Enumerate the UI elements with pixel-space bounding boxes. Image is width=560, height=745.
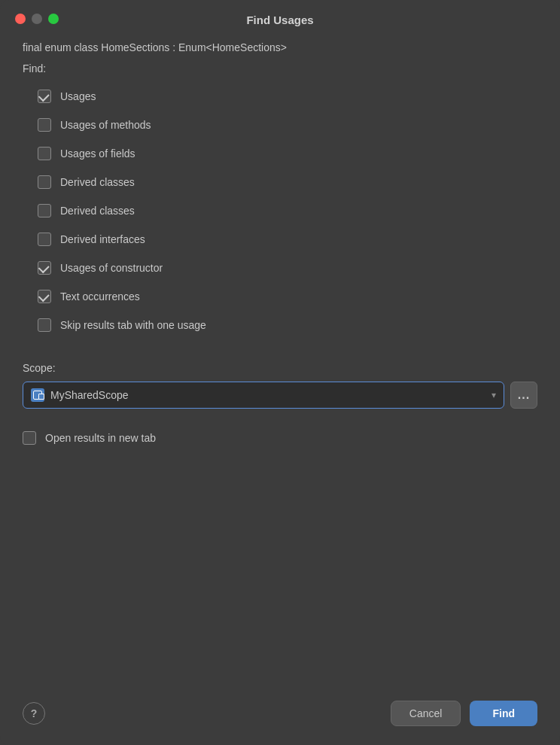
traffic-lights: [15, 14, 59, 24]
help-button[interactable]: ?: [23, 702, 45, 725]
checkbox-derived-interfaces-label: Derived interfaces: [60, 233, 145, 245]
checkbox-text-occurrences-box[interactable]: [38, 290, 51, 303]
checkbox-derived-interfaces[interactable]: Derived interfaces: [38, 225, 537, 254]
checkbox-skip-results[interactable]: Skip results tab with one usage: [38, 311, 537, 339]
find-button[interactable]: Find: [470, 701, 537, 726]
class-signature: final enum class HomeSections : Enum<Hom…: [23, 41, 537, 53]
cancel-button[interactable]: Cancel: [391, 701, 461, 726]
scope-row: MySharedScope ▾ ...: [23, 382, 537, 409]
dialog-content: final enum class HomeSections : Enum<Hom…: [0, 34, 560, 689]
checkbox-text-occurrences-label: Text occurrences: [60, 290, 140, 303]
checkbox-open-results-label: Open results in new tab: [45, 432, 156, 444]
checkbox-usages-of-fields-label: Usages of fields: [60, 147, 135, 160]
checkbox-usages-box[interactable]: [38, 90, 51, 103]
checkbox-derived-interfaces-box[interactable]: [38, 233, 51, 246]
checkbox-derived-classes-1-label: Derived classes: [60, 176, 135, 188]
checkbox-usages-label: Usages: [60, 90, 96, 102]
scope-icon-inner: [33, 391, 42, 400]
checkbox-usages-of-constructor[interactable]: Usages of constructor: [38, 254, 537, 282]
scope-dropdown[interactable]: MySharedScope ▾: [23, 382, 504, 409]
checkbox-derived-classes-2[interactable]: Derived classes: [38, 196, 537, 225]
open-results-section: Open results in new tab: [23, 424, 537, 452]
find-options-list: Usages Usages of methods Usages of field…: [38, 82, 537, 339]
checkbox-skip-results-label: Skip results tab with one usage: [60, 319, 206, 331]
scope-more-button[interactable]: ...: [510, 382, 537, 409]
minimize-button[interactable]: [32, 14, 42, 24]
dropdown-arrow-icon: ▾: [492, 390, 496, 400]
checkbox-text-occurrences[interactable]: Text occurrences: [38, 282, 537, 311]
footer-buttons: Cancel Find: [391, 701, 537, 726]
checkbox-open-results-box[interactable]: [23, 431, 36, 445]
scope-value: MySharedScope: [50, 389, 485, 401]
scope-icon: [31, 388, 44, 402]
dialog-title: Find Usages: [246, 14, 313, 26]
checkbox-usages-of-methods-label: Usages of methods: [60, 119, 151, 131]
scope-label: Scope:: [23, 362, 537, 374]
checkbox-derived-classes-1-box[interactable]: [38, 175, 51, 189]
checkbox-derived-classes-1[interactable]: Derived classes: [38, 168, 537, 196]
maximize-button[interactable]: [48, 14, 59, 24]
checkbox-usages-of-methods[interactable]: Usages of methods: [38, 111, 537, 139]
title-bar: Find Usages: [0, 0, 560, 34]
find-label: Find:: [23, 62, 537, 74]
scope-section: Scope: MySharedScope ▾ ...: [23, 362, 537, 409]
checkbox-usages-of-constructor-label: Usages of constructor: [60, 262, 163, 274]
checkbox-usages-of-methods-box[interactable]: [38, 118, 51, 132]
checkbox-usages-of-fields-box[interactable]: [38, 147, 51, 160]
checkbox-derived-classes-2-label: Derived classes: [60, 205, 135, 217]
checkbox-derived-classes-2-box[interactable]: [38, 204, 51, 217]
checkbox-usages-of-constructor-box[interactable]: [38, 261, 51, 275]
close-button[interactable]: [15, 14, 26, 24]
find-usages-dialog: Find Usages final enum class HomeSection…: [0, 0, 560, 745]
checkbox-usages-of-fields[interactable]: Usages of fields: [38, 139, 537, 168]
checkbox-usages[interactable]: Usages: [38, 82, 537, 111]
footer: ? Cancel Find: [0, 689, 560, 745]
checkbox-skip-results-box[interactable]: [38, 318, 51, 332]
checkbox-open-results[interactable]: Open results in new tab: [23, 424, 537, 452]
